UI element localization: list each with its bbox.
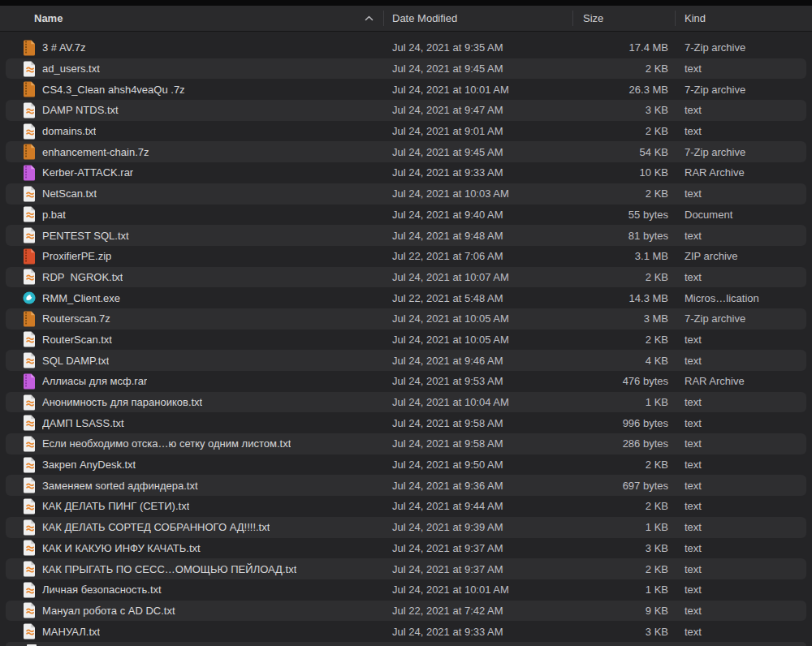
file-row[interactable]: enhancement-chain.7z Jul 24, 2021 at 9:4… — [0, 141, 812, 162]
file-row[interactable]: Мануал робота с AD DC.txt Jul 22, 2021 a… — [0, 601, 812, 622]
text-file-icon — [23, 352, 36, 368]
file-row[interactable]: RMM_Client.exe Jul 22, 2021 at 5:48 AM 1… — [0, 287, 812, 308]
file-date-modified: Jul 24, 2021 at 9:40 AM — [383, 209, 572, 221]
file-size: 2 KB — [572, 334, 675, 346]
file-kind: text — [675, 396, 812, 408]
zip-archive-icon — [23, 248, 36, 265]
rar-archive-icon — [23, 373, 36, 390]
file-name: p.bat — [42, 209, 66, 221]
file-kind: 7-Zip archive — [675, 84, 812, 96]
column-header-date-label: Date Modified — [392, 12, 457, 24]
file-row[interactable]: МАНУАЛ.txt Jul 24, 2021 at 9:33 AM 3 KB … — [0, 621, 812, 642]
column-header-date-modified[interactable]: Date Modified — [383, 12, 572, 24]
list-view-header: Name Date Modified Size Kind — [0, 6, 812, 32]
file-name: Личная безопасность.txt — [42, 584, 162, 596]
rar-archive-icon — [23, 165, 36, 181]
column-header-kind-label: Kind — [685, 12, 706, 24]
file-date-modified: Jul 24, 2021 at 10:05 AM — [383, 312, 572, 325]
file-row[interactable]: Личная безопасность.txt Jul 24, 2021 at … — [0, 579, 812, 601]
7z-archive-icon — [23, 311, 36, 327]
column-header-name[interactable]: Name — [0, 12, 383, 24]
file-name: КАК ДЕЛАТЬ СОРТЕД СОБРАННОГО АД!!!!.txt — [42, 521, 270, 533]
file-row[interactable]: КАК ДЕЛАТЬ СОРТЕД СОБРАННОГО АД!!!!.txt … — [0, 517, 812, 538]
file-name: PENTEST SQL.txt — [42, 230, 129, 242]
file-kind: text — [675, 104, 812, 116]
file-row[interactable]: NetScan.txt Jul 24, 2021 at 10:03 AM 2 K… — [0, 183, 812, 205]
file-row[interactable]: КАК И КАКУЮ ИНФУ КАЧАТЬ.txt Jul 24, 2021… — [0, 538, 812, 559]
file-size: 2 KB — [572, 500, 675, 512]
file-row[interactable]: Аллиасы для мсф.rar Jul 24, 2021 at 9:53… — [0, 371, 812, 392]
file-row[interactable]: Закреп AnyDesk.txt Jul 24, 2021 at 9:50 … — [0, 454, 812, 476]
file-name: КАК ДЕЛАТЬ ПИНГ (СЕТИ).txt — [42, 500, 189, 512]
file-date-modified: Jul 24, 2021 at 9:37 AM — [383, 542, 572, 554]
column-divider[interactable] — [383, 11, 384, 26]
column-divider[interactable] — [572, 11, 573, 26]
file-row[interactable]: RouterScan.txt Jul 24, 2021 at 10:05 AM … — [0, 329, 812, 351]
text-file-icon — [23, 61, 36, 77]
file-size: 1 KB — [572, 584, 675, 596]
file-size: 3.1 MB — [572, 250, 675, 262]
text-file-icon — [23, 561, 36, 577]
text-file-icon — [23, 498, 36, 515]
file-date-modified: Jul 24, 2021 at 10:01 AM — [383, 584, 572, 596]
file-row[interactable]: Анонимность для параноиков.txt Jul 24, 2… — [0, 392, 812, 413]
file-date-modified: Jul 24, 2021 at 9:33 AM — [383, 626, 572, 638]
file-name: enhancement-chain.7z — [42, 146, 149, 158]
partially-visible-next-row[interactable] — [6, 642, 806, 646]
text-file-icon — [23, 123, 36, 140]
file-kind: 7-Zip archive — [675, 146, 812, 158]
file-name: Kerber-ATTACK.rar — [42, 166, 133, 179]
file-row[interactable]: Kerber-ATTACK.rar Jul 24, 2021 at 9:33 A… — [0, 162, 812, 183]
column-header-kind[interactable]: Kind — [675, 12, 812, 24]
file-row[interactable]: domains.txt Jul 24, 2021 at 9:01 AM 2 KB… — [0, 121, 812, 142]
file-date-modified: Jul 24, 2021 at 9:44 AM — [383, 500, 572, 512]
file-size: 9 KB — [572, 605, 675, 617]
text-file-icon — [23, 102, 36, 118]
file-date-modified: Jul 24, 2021 at 9:33 AM — [383, 166, 572, 179]
file-name: Мануал робота с AD DC.txt — [42, 605, 175, 617]
text-file-icon — [23, 457, 36, 473]
file-row[interactable]: Заменяем sorted адфиндера.txt Jul 24, 20… — [0, 475, 812, 496]
file-row[interactable]: КАК ПРЫГАТЬ ПО СЕСС…ОМОЩЬЮ ПЕЙЛОАД.txt J… — [0, 558, 812, 579]
file-name: Заменяем sorted адфиндера.txt — [42, 480, 198, 492]
file-row[interactable]: 3 # AV.7z Jul 24, 2021 at 9:35 AM 17.4 M… — [0, 37, 812, 58]
file-row[interactable]: КАК ДЕЛАТЬ ПИНГ (СЕТИ).txt Jul 24, 2021 … — [0, 496, 812, 517]
file-kind: text — [675, 187, 812, 200]
file-row[interactable]: CS4.3_Clean ahsh4veaQu .7z Jul 24, 2021 … — [0, 79, 812, 100]
file-row[interactable]: SQL DAMP.txt Jul 24, 2021 at 9:46 AM 4 K… — [0, 350, 812, 371]
file-row[interactable]: Routerscan.7z Jul 24, 2021 at 10:05 AM 3… — [0, 308, 812, 329]
file-size: 55 bytes — [572, 209, 675, 221]
file-date-modified: Jul 24, 2021 at 9:47 AM — [383, 104, 572, 116]
file-name: domains.txt — [42, 125, 96, 137]
file-kind: 7-Zip archive — [675, 41, 812, 54]
file-name: RMM_Client.exe — [42, 292, 120, 304]
file-name: 3 # AV.7z — [42, 41, 86, 54]
file-row[interactable]: PENTEST SQL.txt Jul 24, 2021 at 9:48 AM … — [0, 225, 812, 246]
column-header-size[interactable]: Size — [572, 12, 675, 24]
text-file-icon — [23, 436, 36, 452]
file-kind: text — [675, 417, 812, 429]
file-date-modified: Jul 24, 2021 at 9:45 AM — [383, 146, 572, 158]
text-file-icon — [23, 477, 36, 493]
file-row[interactable]: DAMP NTDS.txt Jul 24, 2021 at 9:47 AM 3 … — [0, 100, 812, 121]
column-header-name-label: Name — [34, 12, 63, 24]
file-date-modified: Jul 22, 2021 at 7:42 AM — [383, 605, 572, 617]
file-size: 4 KB — [572, 355, 675, 367]
file-date-modified: Jul 24, 2021 at 9:50 AM — [383, 459, 572, 471]
file-row[interactable]: ProxifierPE.zip Jul 22, 2021 at 7:06 AM … — [0, 246, 812, 267]
file-name: КАК ПРЫГАТЬ ПО СЕСС…ОМОЩЬЮ ПЕЙЛОАД.txt — [42, 563, 296, 575]
file-row[interactable]: ДАМП LSASS.txt Jul 24, 2021 at 9:58 AM 9… — [0, 412, 812, 433]
file-row[interactable]: RDP NGROK.txt Jul 24, 2021 at 10:07 AM 2… — [0, 267, 812, 288]
file-kind: text — [675, 437, 812, 450]
file-row[interactable]: ad_users.txt Jul 24, 2021 at 9:45 AM 2 K… — [0, 58, 812, 80]
window-top-edge — [0, 0, 812, 6]
column-divider[interactable] — [675, 11, 676, 26]
7z-archive-icon — [23, 81, 36, 97]
file-row[interactable]: Если необходимо отска…ю сетку одним лист… — [0, 433, 812, 454]
file-kind: text — [675, 459, 812, 471]
file-row[interactable]: p.bat Jul 24, 2021 at 9:40 AM 55 bytes D… — [0, 205, 812, 226]
file-name: Routerscan.7z — [42, 312, 110, 325]
file-date-modified: Jul 24, 2021 at 10:01 AM — [383, 84, 572, 96]
file-name: DAMP NTDS.txt — [42, 104, 119, 116]
file-size: 996 bytes — [572, 417, 675, 429]
